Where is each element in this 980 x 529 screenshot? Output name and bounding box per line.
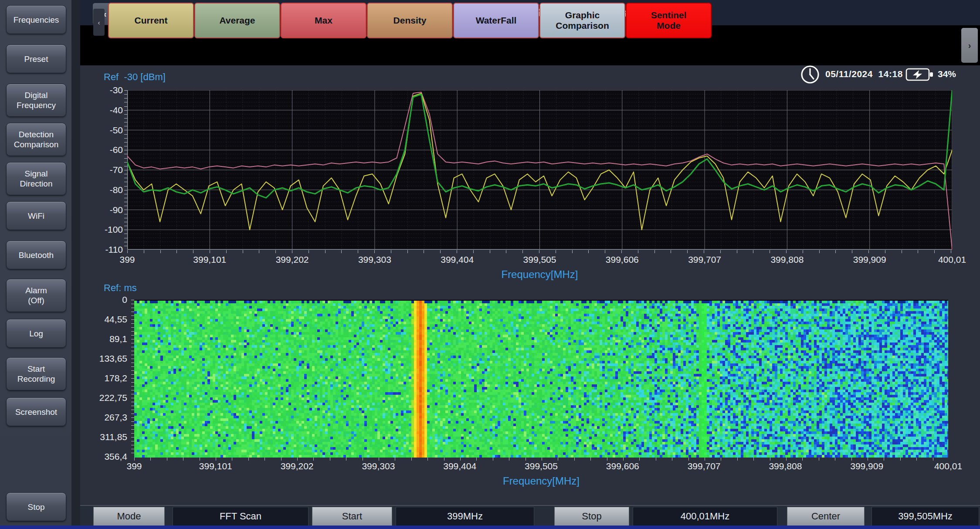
spectrum-x-tick-label: 399 xyxy=(119,254,135,265)
waterfall-y-tick-label: 44,55 xyxy=(104,314,127,325)
waterfall-x-tick-label: 399,909 xyxy=(850,461,883,471)
waterfall-y-tick-label: 356,4 xyxy=(104,451,127,462)
spectrum-x-tick-label: 399,606 xyxy=(606,254,639,265)
window-bottom-edge xyxy=(0,526,980,529)
tab-density[interactable]: Density xyxy=(367,3,453,38)
tabs-scroll-left-icon[interactable]: ‹ xyxy=(93,9,105,36)
tab-graphic-comparison[interactable]: Graphic Comparison xyxy=(539,3,625,38)
spectrum-x-axis: 399399,101399,202399,303399,404399,50539… xyxy=(127,254,952,268)
spectrum-x-tick-label: 399,909 xyxy=(853,254,886,265)
center-freq-value[interactable]: 399,505MHz xyxy=(871,507,979,526)
spectrum-y-tick-label: -50 xyxy=(110,125,123,136)
mode-value[interactable]: FFT Scan xyxy=(173,507,309,526)
waterfall-x-tick-label: 399,202 xyxy=(281,461,314,471)
spectrum-x-tick-label: 399,707 xyxy=(688,254,721,265)
waterfall-y-tick-label: 0 xyxy=(122,295,127,305)
battery-icon xyxy=(905,67,934,82)
spectrum-y-axis: -30-40-50-60-70-80-90-100-110 xyxy=(80,90,125,250)
battery-percent-label: 34% xyxy=(938,69,956,79)
tab-current[interactable]: Current xyxy=(108,3,194,38)
waterfall-y-tick-label: 178,2 xyxy=(104,373,127,383)
waterfall-x-axis: 399399,101399,202399,303399,404399,50539… xyxy=(134,461,948,474)
sidebar-item-alarm[interactable]: Alarm (Off) xyxy=(6,279,66,312)
waterfall-x-tick-label: 399,606 xyxy=(606,461,639,471)
sidebar-divider xyxy=(71,0,80,529)
spectrum-y-tick-label: -30 xyxy=(110,85,123,95)
start-freq-button[interactable]: Start xyxy=(312,507,392,526)
spectrum-x-tick-label: 399,808 xyxy=(770,254,804,265)
waterfall-y-tick-label: 222,75 xyxy=(99,393,127,403)
waterfall-x-tick-label: 399,808 xyxy=(769,461,802,471)
spectrum-x-tick-label: 399,202 xyxy=(276,254,309,265)
sidebar-item-digital-frequency[interactable]: Digital Frequency xyxy=(6,84,66,117)
spectrum-y-tick-label: -60 xyxy=(110,145,123,155)
stop-freq-value[interactable]: 400,01MHz xyxy=(633,507,777,526)
spectrum-y-tick-label: -70 xyxy=(110,165,123,175)
sidebar-item-start-recording[interactable]: Start Recording xyxy=(6,357,66,390)
datetime-label: 05/11/2024 14:18 xyxy=(825,69,903,79)
waterfall-x-tick-label: 399,101 xyxy=(199,461,232,471)
sidebar-item-bluetooth[interactable]: Bluetooth xyxy=(6,241,66,269)
waterfall-y-tick-label: 311,85 xyxy=(100,432,127,442)
waterfall-x-tick-label: 399,303 xyxy=(362,461,395,471)
waterfall-x-tickmarks xyxy=(134,458,948,461)
tab-sentinel-mode[interactable]: Sentinel Mode xyxy=(626,3,712,38)
tab-average[interactable]: Average xyxy=(194,3,280,38)
sidebar-item-screenshot[interactable]: Screenshot xyxy=(6,397,66,426)
spectrum-x-axis-title: Frequency[MHz] xyxy=(127,268,952,281)
waterfall-x-tick-label: 399 xyxy=(126,461,142,471)
waterfall-x-tick-label: 399,404 xyxy=(443,461,476,471)
sidebar-item-signal-direction[interactable]: Signal Direction xyxy=(6,162,66,195)
waterfall-y-axis: 044,5589,1133,65178,2222,75267,3311,8535… xyxy=(80,300,130,457)
waterfall-y-tickmarks xyxy=(131,300,134,457)
waterfall-y-tick-label: 89,1 xyxy=(109,334,127,344)
spectrum-x-tick-label: 400,01 xyxy=(938,254,966,265)
spectrum-y-tick-label: -90 xyxy=(110,205,123,215)
spectrum-y-tick-label: -80 xyxy=(110,185,123,195)
sidebar-item-detection-comparison[interactable]: Detection Comparison xyxy=(6,123,66,156)
waterfall-x-tick-label: 399,505 xyxy=(525,461,558,471)
waterfall-y-tick-label: 133,65 xyxy=(99,353,127,364)
stop-freq-button[interactable]: Stop xyxy=(554,507,629,526)
waterfall-x-tick-label: 399,707 xyxy=(688,461,721,471)
mode-button[interactable]: Mode xyxy=(93,507,165,526)
waterfall-x-tick-label: 400,01 xyxy=(934,461,962,471)
spectrum-x-tick-label: 399,303 xyxy=(358,254,391,265)
spectrum-x-tick-label: 399,404 xyxy=(441,254,474,265)
spectrum-analyzer-app: Frequencies Preset Digital Frequency Det… xyxy=(0,0,980,529)
sidebar-item-preset[interactable]: Preset xyxy=(6,44,66,73)
start-freq-value[interactable]: 399MHz xyxy=(396,507,534,526)
spectrum-y-tick-label: -40 xyxy=(110,105,123,115)
spectrum-x-tick-label: 399,505 xyxy=(523,254,556,265)
sidebar-item-frequencies[interactable]: Frequencies xyxy=(6,5,66,34)
waterfall-x-axis-title: Frequency[MHz] xyxy=(134,475,948,487)
spectrum-x-tickmarks xyxy=(127,250,952,253)
spectrum-y-tick-label: -100 xyxy=(105,224,123,235)
clock-icon xyxy=(800,64,820,85)
waterfall-y-tick-label: 267,3 xyxy=(104,412,127,423)
spectrum-y-tickmarks xyxy=(124,90,127,250)
tabs-scroll-right-icon[interactable]: › xyxy=(961,28,978,63)
tab-max[interactable]: Max xyxy=(281,3,366,38)
spectrum-x-tick-label: 399,101 xyxy=(193,254,226,265)
spectrum-plot[interactable] xyxy=(127,90,952,250)
sidebar-item-wifi[interactable]: WiFi xyxy=(6,201,66,230)
sidebar-item-log[interactable]: Log xyxy=(6,319,66,348)
spectrum-ref-label: Ref -30 [dBm] xyxy=(104,71,166,83)
spectrum-y-tick-label: -110 xyxy=(105,244,123,255)
waterfall-ref-label: Ref: ms xyxy=(104,282,137,294)
center-freq-button[interactable]: Center xyxy=(787,507,865,526)
waterfall-plot[interactable] xyxy=(134,300,948,458)
tab-waterfall[interactable]: WaterFall xyxy=(453,3,539,38)
sidebar-item-stop[interactable]: Stop xyxy=(6,492,66,521)
